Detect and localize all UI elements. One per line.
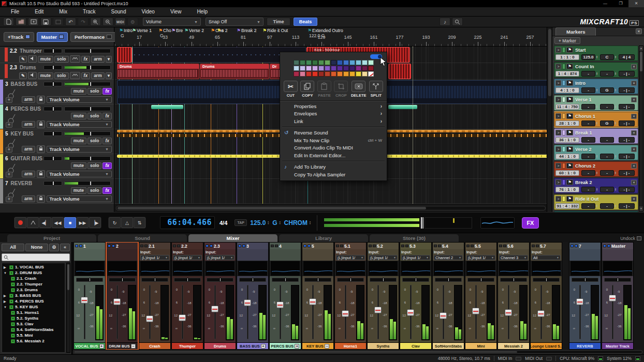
channel-name-label[interactable]: BASS BUS + [237,342,268,349]
track-visible-checkbox[interactable]: ✕ [11,334,15,338]
track-visible-checkbox[interactable]: ✕ [11,316,15,321]
color-swatch[interactable] [368,60,374,65]
eq-display[interactable] [335,261,365,276]
rewind-button[interactable]: ◀◀ [52,217,64,228]
marker-delete-icon[interactable]: ✕ [631,97,637,102]
marker-delete-icon[interactable]: ✕ [631,180,637,185]
channel-fader[interactable] [407,285,414,339]
mixer-channel-strip[interactable]: 5 0612∞ [302,242,334,350]
note-preview-icon[interactable]: ♪ [440,18,450,26]
key-spinner[interactable]: ▲▼ [614,88,617,92]
marker-key[interactable]: - [600,137,614,143]
marker-time-signature[interactable]: - | - [619,154,635,159]
marker-delete-icon[interactable]: ✕ [631,81,637,86]
color-swatch[interactable] [331,66,336,71]
channel-fader[interactable] [179,285,186,339]
automation-type-select[interactable]: Volume▼ [143,18,201,26]
menu-item[interactable]: Help [189,9,215,14]
open-project-icon[interactable] [16,18,26,26]
channel-pan-slider[interactable] [76,278,103,282]
mixer-channel-strip[interactable]: 5.3 Input: (L)Input 1/▼ 0612∞ [400,242,432,350]
marker-flag-icon[interactable]: ⚑ [566,130,573,135]
color-swatch[interactable] [368,66,374,71]
undock-button[interactable]: Undock [620,236,641,242]
key-spinner[interactable]: ▲▼ [614,204,617,207]
fader-thumb[interactable] [576,298,583,305]
color-swatch[interactable] [349,71,355,77]
track-volume-slider[interactable] [64,82,111,86]
tempo-spinner[interactable]: ▲▼ [596,55,598,58]
marker-flag[interactable]: ⚑Break 2 [237,28,256,33]
mixer-channel-strip[interactable]: 7 0612∞ [569,242,601,350]
solo-button[interactable]: solo [87,113,101,119]
fader-thumb[interactable] [374,307,382,313]
draw-icon[interactable]: ✎ [19,56,27,63]
key-spinner[interactable]: ▲▼ [614,55,617,58]
menu-item[interactable]: Video [134,9,162,14]
lock-icon[interactable] [37,145,45,153]
marker-position[interactable]: 36 : 1 : 0 [555,137,579,143]
loop-button[interactable]: ↻ [109,217,121,228]
lock-icon[interactable] [37,170,45,178]
markers-tab[interactable]: Markers [555,27,596,36]
marker-delete-icon[interactable]: ✕ [631,147,637,152]
eq-display[interactable] [205,261,235,276]
marker-time-signature[interactable]: - | - [619,137,635,143]
track-volume-slider[interactable] [64,49,111,53]
tempo-spinner[interactable]: ▲▼ [596,188,598,191]
marker-color-chip[interactable] [562,113,565,119]
marker-key[interactable]: - [600,187,614,192]
mixer-track-list-item[interactable]: ✕ 2.1. Crash [2,276,65,281]
context-menu-item[interactable]: Properties › [280,102,387,110]
channel-fader[interactable] [537,285,545,339]
channel-fader[interactable] [472,285,479,339]
undo-icon[interactable]: ↶ [65,18,76,26]
solo-button[interactable]: solo [54,72,68,79]
collapse-sidebar-icon[interactable]: « [60,244,70,251]
channel-name-label[interactable]: Thumper [172,342,203,349]
marker-expand-button[interactable]: > [555,163,561,169]
beats-mode-button[interactable]: Beats [294,18,317,26]
marker-position[interactable]: 11 : 4 : 750 [555,104,579,110]
tempo-display[interactable]: 125.0 [250,219,266,227]
marker-time-signature[interactable]: - | - [619,170,635,176]
marker-position[interactable]: 4 : 1 : 0 [555,87,579,93]
search-icon[interactable] [452,18,463,26]
marker-name[interactable]: Ride it Out [574,197,630,202]
scroll-down-icon[interactable]: ▼ [639,206,643,211]
mixer-track-list-item[interactable]: ✕ 5.1. Horns1 [2,310,65,315]
eq-display[interactable] [603,261,633,276]
audio-clip[interactable]: Drums [200,64,269,79]
tempo-spinner[interactable]: ▲▼ [596,155,598,158]
solo-button[interactable]: solo [87,88,101,95]
add-lane-button[interactable]: + [6,172,12,177]
color-swatch[interactable] [306,60,312,65]
color-swatch[interactable] [294,71,299,77]
channel-pan-slider[interactable] [207,278,233,282]
menu-item[interactable]: Sound [104,9,134,14]
marker-color-chip[interactable] [562,146,565,152]
marker-expand-button[interactable]: > [555,47,561,53]
arm-button[interactable]: arm [22,96,35,103]
channel-pan-slider[interactable] [141,278,168,282]
track-pan-slider[interactable] [43,82,62,86]
color-swatch[interactable] [368,71,374,77]
key-spinner[interactable]: ▲▼ [614,105,617,108]
eq-display[interactable] [107,261,137,276]
fx-button[interactable]: fx [81,56,91,63]
mixer-channel-strip[interactable]: 1 0612∞ [74,242,106,350]
channel-pan-slider[interactable] [304,278,331,282]
color-swatch[interactable] [356,71,361,77]
marker-row[interactable]: > ⚑ Count In ✕ 1 : 4 : 874 - ▲▼ - ▲▼ [554,62,638,78]
marker-key[interactable]: - [600,203,614,209]
minimize-button[interactable]: — [597,0,613,7]
color-swatch[interactable] [331,71,336,77]
marker-name[interactable]: Verse 2 [574,147,630,152]
marker-position[interactable]: 91 : 4 : 332 [555,203,579,209]
fader-thumb[interactable] [146,315,153,322]
marker-flag-icon[interactable]: ⚑ [566,80,573,86]
mixer-track-list-item[interactable]: ▶ ✕ 1. VOCAL BUS [2,264,65,270]
marker-name[interactable]: Break 2 [574,180,630,185]
track-visible-checkbox[interactable]: ✕ [11,322,15,326]
track-pan-slider[interactable] [43,131,62,136]
